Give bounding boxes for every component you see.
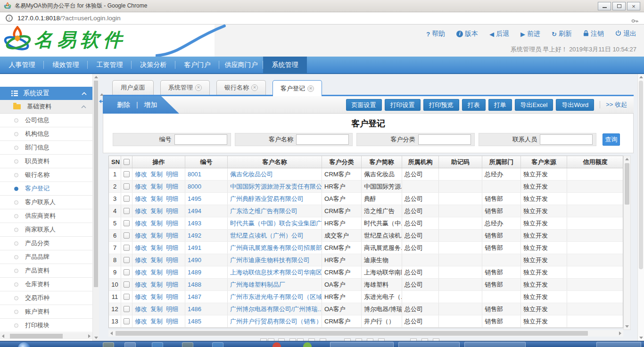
cell-customer-name-link[interactable]: 广东浩之维广告有限公司 [228, 205, 322, 217]
minimize-button[interactable] [598, 2, 611, 10]
cell-code-link[interactable]: 1491 [185, 242, 228, 254]
copy-link[interactable]: 复制 [150, 220, 163, 227]
cell-customer-name-link[interactable]: 广州博尔电器有限公司/广州博瑞... [228, 303, 322, 315]
exit-link[interactable]: 退出 [615, 30, 636, 38]
taskbar-icon[interactable] [272, 342, 281, 347]
row-checkbox[interactable] [124, 183, 130, 190]
cell-customer-name-link[interactable]: 广州市迪康生物科技有限公司 [228, 254, 322, 266]
cell-customer-name-link[interactable]: 时代共赢（中国）联合实业集团广... [228, 217, 322, 229]
sidebar-item[interactable]: 产品资料 [0, 264, 92, 278]
edit-link[interactable]: 修改 [135, 256, 147, 264]
cell-code-link[interactable]: 1494 [185, 205, 228, 217]
cell-customer-name-link[interactable]: 中国国际芳源旅游开发责任有限公... [228, 181, 322, 192]
taskbar-icon[interactable] [182, 342, 193, 347]
copy-link[interactable]: 复制 [150, 306, 163, 313]
edit-link[interactable]: 修改 [135, 183, 147, 190]
cell-customer-name-link[interactable]: 佩吉化妆品公司 [228, 168, 322, 180]
close-button[interactable] [627, 2, 640, 10]
sidebar-item[interactable]: 机构信息 [0, 127, 92, 141]
row-checkbox[interactable] [124, 294, 130, 300]
add-button[interactable]: 增加 [144, 101, 157, 108]
tab-close-icon[interactable] [307, 85, 314, 92]
table-vertical-scrollbar[interactable] [623, 156, 631, 330]
cell-code-link[interactable]: 1487 [185, 291, 228, 303]
select-all-checkbox[interactable] [124, 159, 130, 165]
toolbar-button[interactable]: 打表 [462, 99, 486, 111]
detail-link[interactable]: 明细 [166, 183, 178, 190]
nav-tab[interactable]: 决策分析 [132, 57, 175, 73]
scroll-down-icon[interactable] [639, 337, 643, 339]
nav-tab[interactable]: 客户门户 [175, 57, 219, 73]
scrollbar-thumb[interactable] [10, 334, 63, 339]
toolbar-button[interactable]: 导出Excel [515, 99, 553, 111]
back-link[interactable]: ◀后退 [489, 30, 509, 38]
copy-link[interactable]: 复制 [150, 269, 163, 276]
detail-link[interactable]: 明细 [166, 244, 178, 251]
cell-code-link[interactable]: 1486 [185, 303, 228, 315]
edit-link[interactable]: 修改 [135, 293, 147, 300]
detail-link[interactable]: 明细 [166, 318, 178, 325]
detail-link[interactable]: 明细 [166, 281, 178, 288]
logout-link[interactable]: 注销 [583, 30, 604, 38]
cell-code-link[interactable]: 1489 [185, 266, 228, 278]
cell-code-link[interactable]: 1488 [185, 279, 228, 290]
scroll-left-icon[interactable] [2, 334, 4, 338]
edit-link[interactable]: 修改 [135, 306, 147, 313]
search-button[interactable]: 查询 [603, 133, 620, 146]
toolbar-button[interactable]: 页面设置 [346, 99, 382, 111]
taskbar-icon[interactable] [124, 342, 136, 347]
cell-customer-name-link[interactable]: 广州海雄塑料制品厂 [228, 279, 322, 290]
taskbar-window-button[interactable] [330, 342, 394, 347]
sidebar-item[interactable]: 交易币种 [0, 291, 92, 305]
chevron-up-icon[interactable] [81, 105, 86, 108]
edit-link[interactable]: 修改 [135, 244, 147, 251]
detail-link[interactable]: 明细 [166, 256, 178, 264]
scroll-down-icon[interactable] [94, 337, 98, 339]
copy-link[interactable]: 复制 [150, 281, 163, 288]
sidebar-item[interactable]: 供应商资料 [0, 209, 92, 223]
sidebar-item[interactable]: 打印模块 [0, 319, 92, 332]
sidebar-vertical-scrollbar[interactable] [92, 74, 99, 341]
copy-link[interactable]: 复制 [150, 256, 163, 264]
cell-customer-name-link[interactable]: 广州典醇酒业贸易有限公司 [228, 193, 322, 205]
sidebar-item[interactable]: 账户资料 [0, 305, 92, 319]
search-input[interactable] [296, 134, 349, 145]
delete-button[interactable]: 删除 [117, 101, 130, 108]
version-link[interactable]: i版本 [456, 30, 478, 38]
url-text[interactable]: 127.0.0.1:8018/?act=userLogin.login [17, 15, 121, 22]
sidebar-item[interactable]: 产品品牌 [0, 250, 92, 264]
collapse-toolbar-link[interactable]: >> 收起 [606, 100, 627, 109]
row-checkbox[interactable] [124, 257, 130, 263]
scroll-up-icon[interactable] [639, 76, 643, 78]
maximize-button[interactable] [612, 2, 626, 10]
search-input[interactable] [540, 134, 593, 145]
copy-link[interactable]: 复制 [150, 293, 163, 300]
taskbar-window-button[interactable] [398, 342, 460, 347]
toolbar-button[interactable]: 打单 [488, 99, 512, 111]
content-tab[interactable]: 用户桌面 [112, 80, 154, 95]
cell-code-link[interactable]: 1495 [185, 193, 228, 205]
row-checkbox[interactable] [124, 220, 130, 226]
forward-link[interactable]: ▶前进 [520, 30, 540, 38]
cell-code-link[interactable]: 8001 [185, 168, 228, 180]
cell-code-link[interactable]: 1493 [185, 217, 228, 229]
cell-customer-name-link[interactable]: 广州商讯展览服务有限公司招展部 [228, 242, 322, 254]
scrollbar-thumb[interactable] [116, 331, 588, 336]
refresh-link[interactable]: ↻刷新 [552, 30, 572, 38]
taskbar-icon[interactable] [303, 342, 312, 347]
cell-code-link[interactable]: 1492 [185, 230, 228, 241]
sidebar-collapse-handle[interactable] [99, 85, 104, 103]
copy-link[interactable]: 复制 [150, 232, 163, 239]
row-checkbox[interactable] [124, 171, 130, 177]
chevron-up-icon[interactable] [82, 92, 87, 95]
cell-customer-name-link[interactable]: 上海动联信息技术有限公司华南区 [228, 266, 322, 278]
content-tab[interactable]: 客户登记 [272, 80, 322, 96]
edit-link[interactable]: 修改 [135, 318, 147, 325]
help-link[interactable]: ?帮助 [426, 30, 445, 38]
sidebar-item[interactable]: 公司信息 [0, 114, 92, 127]
scroll-right-icon[interactable] [88, 334, 91, 338]
taskbar-icon[interactable] [152, 342, 163, 347]
sidebar-item[interactable]: 部门信息 [0, 141, 92, 155]
detail-link[interactable]: 明细 [166, 269, 178, 276]
nav-tab[interactable]: 系统管理 [263, 57, 307, 73]
